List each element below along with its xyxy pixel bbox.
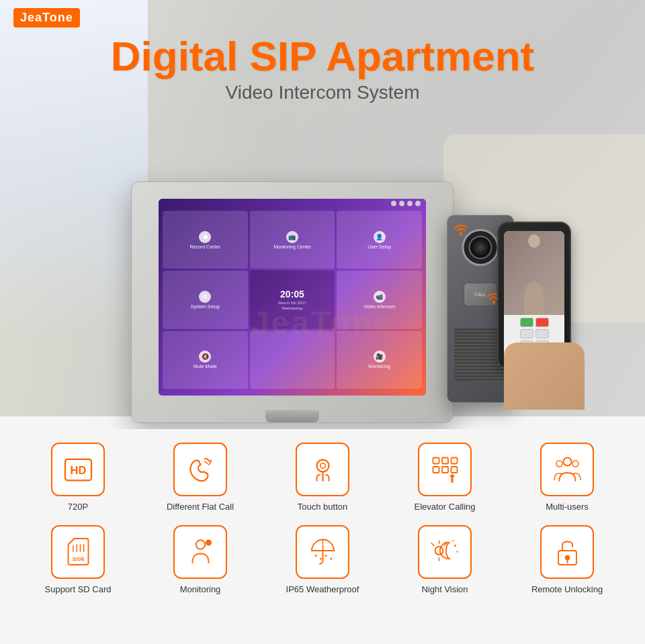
- record-icon: ⏺: [199, 231, 211, 243]
- feature-multi-users: Multi-users: [509, 443, 625, 513]
- feature-weatherproof: IP65 Weatherproof: [265, 525, 380, 596]
- smartphone: [490, 222, 585, 410]
- monitor-stand: [265, 410, 319, 422]
- svg-point-34: [452, 540, 454, 541]
- intercom-icon: 📹: [374, 291, 386, 303]
- screen-tile-system: ⚙ System Setup: [163, 271, 248, 328]
- svg-point-1: [460, 233, 462, 236]
- svg-point-13: [556, 461, 562, 467]
- feature-icon-multi-users: [540, 443, 594, 496]
- svg-rect-7: [442, 457, 448, 463]
- feature-icon-remote-unlock: [540, 525, 594, 579]
- feature-label-monitoring: Monitoring: [180, 584, 221, 596]
- status-icon-1: [391, 201, 396, 206]
- svg-rect-8: [451, 457, 457, 463]
- feature-label-weatherproof: IP65 Weatherproof: [286, 584, 359, 596]
- feature-icon-monitoring: [173, 525, 227, 579]
- svg-point-12: [563, 457, 571, 465]
- feature-label-night-vision: Night Vision: [421, 584, 468, 596]
- feature-icon-720p: HD: [51, 443, 105, 496]
- feature-night-vision: Night Vision: [387, 525, 503, 596]
- mute-icon: 🔇: [199, 351, 211, 363]
- feature-label-sd-card: Support SD Card: [45, 584, 112, 596]
- svg-point-21: [206, 540, 212, 546]
- svg-point-23: [314, 555, 316, 557]
- product-area: ⏺ Record Center 📺 Monitoring Center 👤 Us…: [34, 134, 611, 423]
- system-icon: ⚙: [199, 291, 211, 303]
- feature-icon-night-vision: [418, 525, 472, 579]
- svg-point-27: [435, 547, 443, 555]
- svg-rect-11: [451, 467, 457, 473]
- svg-point-20: [196, 541, 205, 550]
- svg-point-33: [456, 551, 458, 553]
- title-section: Digital SIP Apartment Video Intercom Sys…: [0, 34, 645, 103]
- svg-rect-6: [433, 457, 439, 463]
- indoor-monitor: ⏺ Record Center 📺 Monitoring Center 👤 Us…: [131, 181, 454, 423]
- screen-tile-monitoring: 📺 Monitoring Center: [250, 211, 335, 269]
- screen-statusbar: [159, 199, 426, 208]
- feature-remote-unlock: Remote Unlocking: [509, 525, 625, 596]
- feature-sd-card: 32GB Support SD Card: [20, 525, 136, 596]
- status-icon-3: [407, 201, 413, 206]
- feature-flat-call: Different Flat Call: [142, 443, 258, 513]
- svg-point-26: [330, 558, 332, 560]
- person-silhouette: [524, 281, 544, 315]
- phone-screen: [504, 231, 564, 360]
- phone-btn-3[interactable]: [520, 329, 533, 338]
- feature-monitoring: Monitoring: [142, 525, 258, 596]
- header: JeaTone: [13, 8, 80, 28]
- svg-text:32GB: 32GB: [72, 557, 84, 561]
- wifi-signal-phone: [452, 222, 470, 242]
- feature-elevator-calling: Elevator Calling: [387, 443, 503, 513]
- phone-btn-4[interactable]: [535, 329, 549, 338]
- screen-tile-record: ⏺ Record Center: [163, 211, 248, 269]
- status-icon-2: [399, 201, 404, 206]
- svg-line-31: [431, 543, 434, 546]
- monitor-screen: ⏺ Record Center 📺 Monitoring Center 👤 Us…: [159, 199, 426, 396]
- feature-label-elevator: Elevator Calling: [414, 502, 475, 513]
- svg-rect-10: [442, 467, 448, 473]
- svg-point-14: [572, 461, 578, 467]
- screen-grid: ⏺ Record Center 📺 Monitoring Center 👤 Us…: [159, 208, 426, 392]
- features-row-1: HD 720P: [20, 443, 625, 513]
- user-icon: 👤: [374, 231, 386, 243]
- svg-rect-9: [433, 467, 439, 473]
- monitoring-icon: 📺: [286, 231, 298, 243]
- svg-point-36: [564, 555, 570, 561]
- camera-inner: [469, 236, 492, 259]
- feature-720p: HD 720P: [20, 443, 136, 513]
- features-rows-container: HD 720P: [20, 443, 625, 596]
- svg-point-24: [320, 558, 322, 560]
- phone-btn-row-1: [507, 318, 562, 327]
- feature-icon-weatherproof: [296, 525, 349, 579]
- feature-icon-sd-card: 32GB: [51, 525, 105, 579]
- feature-label-720p: 720P: [68, 502, 88, 513]
- phone-video-feed: [504, 231, 564, 315]
- features-section: HD 720P: [0, 429, 645, 644]
- svg-point-32: [454, 545, 456, 547]
- brand-logo: JeaTone: [13, 8, 80, 28]
- monitor-bezel: ⏺ Record Center 📺 Monitoring Center 👤 Us…: [159, 199, 426, 396]
- svg-point-4: [316, 459, 329, 471]
- screen-tile-empty: [250, 331, 335, 389]
- screen-tile-intercom: 📹 Video Intercom: [337, 271, 422, 328]
- hand-holding-phone: [504, 342, 585, 410]
- svg-point-5: [320, 463, 325, 468]
- phone-btn-row-2: [507, 329, 562, 338]
- feature-touch-button: Touch button: [265, 443, 380, 513]
- feature-label-flat-call: Different Flat Call: [167, 502, 234, 513]
- screen-tile-mute: 🔇 Mute Mode: [163, 331, 248, 389]
- status-icon-phone: [415, 201, 421, 206]
- feature-icon-flat-call: [173, 443, 227, 496]
- monitor2-icon: 🎥: [374, 351, 386, 363]
- svg-text:HD: HD: [70, 464, 86, 476]
- screen-tile-user: 👤 User Setup: [337, 211, 422, 269]
- person-head: [528, 234, 540, 248]
- phone-reject-btn[interactable]: [535, 318, 549, 327]
- feature-icon-elevator: [418, 443, 472, 496]
- feature-icon-touch: [296, 443, 349, 496]
- main-title: Digital SIP Apartment: [0, 34, 645, 79]
- phone-answer-btn[interactable]: [520, 318, 533, 327]
- feature-label-touch: Touch button: [298, 502, 347, 513]
- screen-tile-monitor2: 🎥 Monitoring: [337, 331, 422, 389]
